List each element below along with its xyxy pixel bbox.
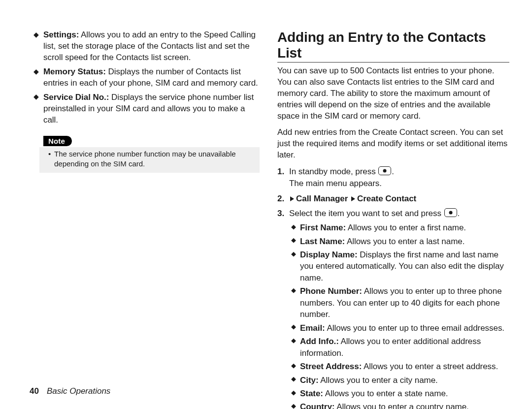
triangle-icon <box>290 196 294 201</box>
list-item: Phone Number: Allows you to enter up to … <box>300 285 509 320</box>
intro-paragraph-2: Add new entries from the Create Contact … <box>277 127 509 161</box>
step-2: 2. Call Manager Create Contact <box>277 193 509 205</box>
chapter-title: Basic Operations <box>47 386 110 396</box>
menu-path: Call Manager <box>296 194 348 203</box>
section-title: Adding an Entry to the Contacts List <box>277 30 509 63</box>
item-term: Service Dial No.: <box>43 93 109 102</box>
item-term: Street Address: <box>300 362 362 371</box>
item-text: Allows you to enter a city name. <box>319 376 438 385</box>
list-item: Country: Allows you to enter a country n… <box>300 401 509 409</box>
center-key-icon <box>378 166 391 175</box>
left-column: Settings: Allows you to add an entry to … <box>30 30 262 409</box>
list-item: Add Info.: Allows you to enter additiona… <box>300 336 509 359</box>
item-term: City: <box>300 376 319 385</box>
item-term: Memory Status: <box>43 67 106 76</box>
step-3: 3. Select the item you want to set and p… <box>277 208 509 409</box>
item-text: Allows you to enter a state name. <box>323 389 448 398</box>
item-term: State: <box>300 389 323 398</box>
manual-page: Settings: Allows you to add an entry to … <box>0 0 532 409</box>
step-1: 1. In standby mode, press . The main men… <box>277 166 509 190</box>
two-column-layout: Settings: Allows you to add an entry to … <box>30 30 509 409</box>
item-text: Allows you to enter a street address. <box>362 362 498 371</box>
feature-list: Settings: Allows you to add an entry to … <box>30 30 262 126</box>
note-box: The service phone number function may be… <box>39 147 260 173</box>
right-column: Adding an Entry to the Contacts List You… <box>277 30 509 409</box>
note-label: Note <box>43 136 72 146</box>
step-text: In standby mode, press <box>289 167 378 176</box>
field-list: First Name: Allows you to enter a first … <box>289 222 509 409</box>
list-item: Memory Status: Displays the number of Co… <box>43 66 262 89</box>
step-text: . <box>458 209 460 218</box>
step-index: 1. <box>277 166 284 178</box>
page-footer: 40Basic Operations <box>30 386 110 396</box>
step-text: The main menu appears. <box>289 179 382 188</box>
page-number: 40 <box>30 386 39 396</box>
item-text: Allows you to enter a last name. <box>345 237 465 246</box>
triangle-icon <box>351 196 355 201</box>
item-term: Country: <box>300 402 334 409</box>
item-term: Add Info.: <box>300 337 339 346</box>
list-item: Service Dial No.: Displays the service p… <box>43 92 262 126</box>
list-item: Last Name: Allows you to enter a last na… <box>300 236 509 247</box>
menu-path: Create Contact <box>357 194 416 203</box>
list-item: Display Name: Displays the first name an… <box>300 249 509 283</box>
list-item: Street Address: Allows you to enter a st… <box>300 361 509 372</box>
list-item: City: Allows you to enter a city name. <box>300 375 509 386</box>
item-term: Phone Number: <box>300 286 362 296</box>
step-index: 3. <box>277 208 284 220</box>
step-text: Select the item you want to set and pres… <box>289 209 444 218</box>
step-index: 2. <box>277 193 284 205</box>
list-item: First Name: Allows you to enter a first … <box>300 222 509 233</box>
item-text: Allows you to enter a country name. <box>334 402 468 409</box>
intro-paragraph-1: You can save up to 500 Contacts list ent… <box>277 65 509 122</box>
list-item: State: Allows you to enter a state name. <box>300 388 509 399</box>
item-text: Allows you to enter up to three email ad… <box>325 323 504 333</box>
list-item: Email: Allows you to enter up to three e… <box>300 322 509 334</box>
center-key-icon <box>444 208 457 217</box>
steps-list: 1. In standby mode, press . The main men… <box>277 166 509 409</box>
item-term: Email: <box>300 323 325 333</box>
item-text: Allows you to enter a first name. <box>346 223 466 232</box>
step-text: . <box>392 167 394 176</box>
item-term: First Name: <box>300 223 346 232</box>
note-text: The service phone number function may be… <box>48 149 253 169</box>
list-item: Settings: Allows you to add an entry to … <box>43 30 262 63</box>
item-term: Display Name: <box>300 250 358 259</box>
item-term: Last Name: <box>300 237 345 246</box>
item-term: Settings: <box>43 30 79 39</box>
